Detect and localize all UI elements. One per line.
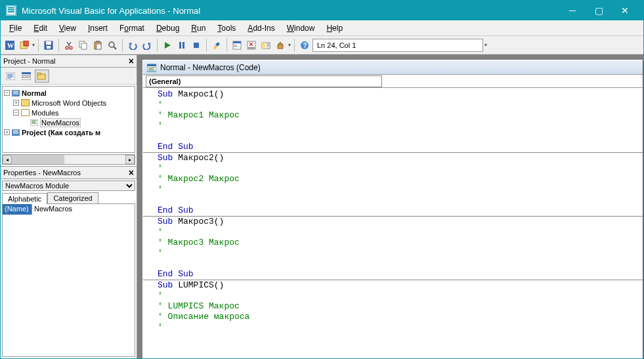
code-line[interactable]: ' LUMPICS Макрос [158, 301, 643, 312]
menu-window[interactable]: Window [281, 22, 321, 34]
svg-text:W: W [7, 42, 14, 49]
tree-expand-icon[interactable]: + [4, 129, 10, 135]
project-panel-toolbar [1, 68, 137, 85]
project-panel-close-icon[interactable]: × [129, 56, 134, 66]
properties-object-dropdown[interactable]: NewMacros Module [2, 180, 135, 191]
svg-rect-33 [27, 75, 30, 77]
menu-format[interactable]: Format [114, 22, 150, 34]
copy-button[interactable] [77, 39, 90, 52]
code-line[interactable]: ' Описание макроса [158, 312, 643, 322]
menu-file[interactable]: File [3, 22, 28, 34]
properties-object-selector[interactable]: NewMacros Module [2, 180, 135, 191]
scroll-left-icon[interactable]: ◂ [3, 155, 12, 164]
paste-button[interactable] [91, 39, 104, 52]
svg-point-8 [66, 47, 68, 49]
code-line[interactable]: ' [158, 184, 643, 195]
code-line[interactable]: Sub Макрос3() [158, 217, 643, 227]
code-line[interactable]: Sub LUMPICS() [158, 280, 643, 291]
properties-grid[interactable]: (Name) NewMacros [2, 203, 135, 357]
tree-expand-icon[interactable]: − [4, 90, 10, 96]
save-button[interactable] [42, 39, 55, 52]
code-line[interactable] [158, 195, 643, 205]
code-line[interactable]: ' Макрос2 Макрос [158, 174, 643, 184]
menu-tools[interactable]: Tools [211, 22, 242, 34]
code-line[interactable] [158, 259, 643, 269]
find-button[interactable] [106, 39, 119, 52]
code-line[interactable]: Sub Макрос1() [158, 89, 643, 100]
menu-view[interactable]: View [53, 22, 82, 34]
redo-button[interactable] [140, 39, 154, 52]
code-line[interactable]: ' [158, 322, 643, 333]
code-line[interactable]: ' [158, 248, 643, 259]
toolbox-button[interactable] [274, 39, 287, 52]
design-mode-button[interactable] [210, 39, 223, 52]
code-line[interactable]: End Sub [158, 142, 643, 152]
properties-panel-title: Properties - NewMacros [3, 169, 81, 177]
menu-run[interactable]: Run [185, 22, 211, 34]
tree-expand-icon[interactable]: + [13, 100, 19, 106]
project-tree-hscrollbar[interactable]: ◂▸ [2, 154, 135, 165]
code-object-dropdown[interactable]: (General) [146, 75, 382, 87]
properties-window-button[interactable] [245, 39, 258, 52]
menu-debug[interactable]: Debug [150, 22, 185, 34]
code-line[interactable]: End Sub [158, 205, 643, 216]
titlebar[interactable]: Microsoft Visual Basic for Applications … [1, 1, 643, 20]
object-browser-button[interactable] [259, 39, 272, 52]
properties-tabs: Alphabetic Categorized [2, 192, 135, 203]
code-line[interactable]: Sub Макрос2() [158, 153, 643, 163]
code-line[interactable] [158, 131, 643, 142]
undo-button[interactable] [126, 39, 139, 52]
tree-node-project2[interactable]: Project (Как создать м [22, 129, 100, 137]
code-line[interactable]: ' [158, 227, 643, 238]
tab-alphabetic[interactable]: Alphabetic [2, 193, 47, 204]
tree-node-newmacros[interactable]: NewMacros [40, 118, 81, 127]
tree-collapse-icon[interactable]: − [13, 110, 19, 116]
close-button[interactable]: ✕ [612, 1, 638, 20]
menu-edit[interactable]: Edit [28, 22, 53, 34]
project-panel-header[interactable]: Project - Normal × [1, 54, 137, 68]
view-code-button[interactable] [3, 70, 18, 83]
properties-panel-close-icon[interactable]: × [129, 167, 134, 178]
svg-rect-4 [24, 41, 29, 46]
svg-rect-22 [234, 46, 238, 47]
property-value[interactable]: NewMacros [32, 204, 135, 215]
view-word-button[interactable]: W [3, 39, 16, 52]
code-line[interactable]: ' [158, 163, 643, 174]
code-line[interactable]: ' [158, 100, 643, 110]
minimize-button[interactable]: ─ [559, 1, 586, 20]
cut-button[interactable] [62, 39, 75, 52]
code-line[interactable]: ' [158, 121, 643, 131]
toggle-folders-button[interactable] [35, 70, 49, 83]
project-explorer-button[interactable] [230, 39, 244, 52]
code-window-titlebar[interactable]: Normal - NewMacros (Code) [143, 60, 643, 75]
menu-help[interactable]: Help [320, 22, 349, 34]
svg-rect-11 [81, 43, 87, 49]
property-row-name: (Name) NewMacros [3, 204, 135, 215]
maximize-button[interactable]: ▢ [586, 1, 612, 20]
menu-addins[interactable]: Add-Ins [242, 22, 280, 34]
break-button[interactable] [175, 39, 188, 52]
run-button[interactable] [161, 39, 174, 52]
menu-insert[interactable]: Insert [82, 22, 114, 34]
view-object-button[interactable] [19, 70, 33, 83]
tab-categorized[interactable]: Categorized [47, 192, 98, 203]
code-line[interactable]: ' Макрос1 Макрос [158, 110, 643, 121]
insert-button[interactable] [18, 39, 31, 52]
help-button[interactable]: ? [298, 39, 311, 52]
svg-rect-16 [179, 42, 181, 49]
code-line[interactable]: End Sub [158, 269, 643, 280]
project-tree[interactable]: −Normal +Microsoft Word Objects −Modules… [2, 86, 135, 153]
tree-node-normal[interactable]: Normal [22, 89, 47, 97]
reset-button[interactable] [190, 39, 203, 52]
code-line[interactable]: ' Макрос3 Макрос [158, 238, 643, 248]
tree-node-word-objects[interactable]: Microsoft Word Objects [32, 99, 106, 107]
folder-open-icon [21, 109, 30, 116]
code-line[interactable]: ' [158, 291, 643, 301]
tree-node-modules[interactable]: Modules [32, 109, 59, 117]
svg-rect-31 [22, 72, 31, 74]
svg-rect-32 [23, 75, 26, 77]
scroll-right-icon[interactable]: ▸ [125, 155, 135, 164]
code-editor[interactable]: Sub Макрос1()'' Макрос1 Макрос'End SubSu… [143, 88, 643, 358]
properties-panel-header[interactable]: Properties - NewMacros × [1, 166, 137, 179]
scroll-thumb[interactable] [12, 155, 64, 164]
